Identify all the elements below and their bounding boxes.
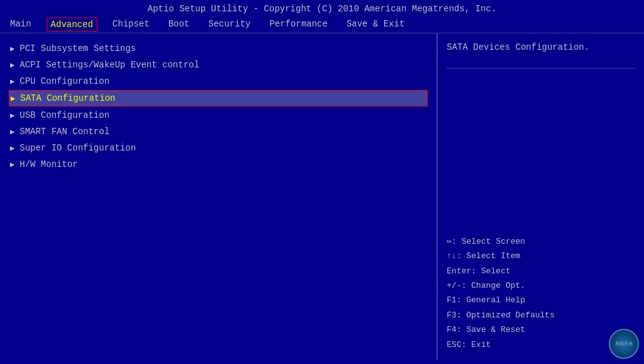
left-panel: ▶PCI Subsystem Settings▶ACPI Settings/Wa…	[0, 33, 438, 360]
menu-entry-pci[interactable]: ▶PCI Subsystem Settings	[9, 41, 428, 56]
key-legend-select-screen: ⇔: Select Screen	[447, 234, 635, 249]
entry-label-hw_monitor: H/W Monitor	[19, 159, 77, 169]
arrow-icon-super_io: ▶	[10, 144, 14, 153]
title-text: Aptio Setup Utility - Copyright (C) 2010…	[148, 4, 497, 14]
menu-item-save_exit[interactable]: Save & Exit	[343, 18, 408, 31]
entry-label-acpi: ACPI Settings/WakeUp Event control	[19, 60, 199, 70]
arrow-icon-usb: ▶	[10, 111, 14, 120]
arrow-icon-hw_monitor: ▶	[10, 160, 14, 169]
menu-item-security[interactable]: Security	[204, 18, 254, 31]
key-legend-select-item: ↑↓: Select Item	[447, 249, 635, 263]
arrow-icon-sata: ▶	[11, 94, 15, 103]
menu-item-chipset[interactable]: Chipset	[109, 18, 153, 31]
title-bar: Aptio Setup Utility - Copyright (C) 2010…	[0, 0, 644, 16]
arrow-icon-cpu: ▶	[10, 77, 14, 86]
key-legend-esc-exit: ESC: Exit	[447, 338, 635, 352]
key-legend: ⇔: Select Screen↑↓: Select ItemEnter: Se…	[447, 222, 635, 352]
menu-entry-acpi[interactable]: ▶ACPI Settings/WakeUp Event control	[9, 57, 428, 72]
key-legend-optimized-defaults: F3: Optimized Defaults	[447, 308, 635, 322]
help-text: SATA Devices Configuration.	[447, 41, 635, 54]
entry-label-usb: USB Configuration	[19, 110, 109, 120]
menu-entry-sata[interactable]: ▶SATA Configuration	[9, 90, 428, 106]
menu-entry-super_io[interactable]: ▶Super IO Configuration	[9, 140, 428, 156]
key-legend-save-reset: F4: Save & Reset	[447, 322, 635, 337]
menu-entry-cpu[interactable]: ▶CPU Configuration	[9, 74, 428, 89]
right-panel: SATA Devices Configuration. ⇔: Select Sc…	[438, 33, 644, 360]
menu-entry-usb[interactable]: ▶USB Configuration	[9, 108, 428, 123]
divider-line	[447, 68, 635, 69]
menu-item-advanced[interactable]: Advanced	[47, 18, 97, 31]
entry-label-sata: SATA Configuration	[20, 93, 115, 103]
menu-entry-smart_fan[interactable]: ▶SMART FAN Control	[9, 124, 428, 139]
arrow-icon-smart_fan: ▶	[10, 127, 14, 137]
entry-label-pci: PCI Subsystem Settings	[19, 43, 136, 54]
entry-label-cpu: CPU Configuration	[19, 76, 109, 86]
arrow-icon-acpi: ▶	[10, 60, 14, 70]
menu-entry-hw_monitor[interactable]: ▶H/W Monitor	[9, 157, 428, 172]
main-content: ▶PCI Subsystem Settings▶ACPI Settings/Wa…	[0, 33, 644, 360]
entry-label-smart_fan: SMART FAN Control	[19, 127, 109, 137]
entry-label-super_io: Super IO Configuration	[19, 143, 136, 153]
key-legend-general-help: F1: General Help	[447, 293, 635, 307]
arrow-icon-pci: ▶	[10, 44, 14, 54]
watermark: 系统天地	[609, 329, 639, 359]
menu-item-main[interactable]: Main	[6, 18, 35, 31]
key-legend-enter-select: Enter: Select	[447, 264, 635, 278]
key-legend-change-opt: +/-: Change Opt.	[447, 278, 635, 293]
menu-bar: MainAdvancedChipsetBootSecurityPerforman…	[0, 16, 644, 33]
menu-item-boot[interactable]: Boot	[165, 18, 194, 31]
menu-item-performance[interactable]: Performance	[265, 18, 331, 31]
